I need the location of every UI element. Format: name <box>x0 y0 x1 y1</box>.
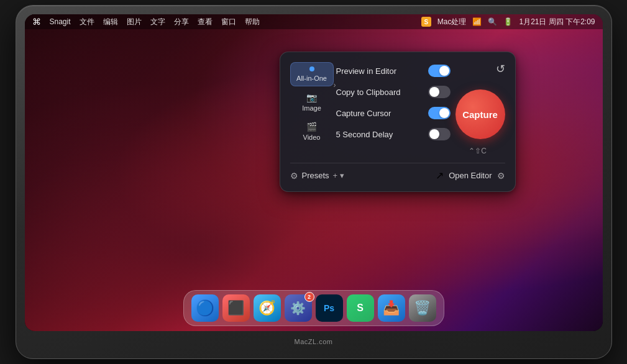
macbook-brand-label: MacZL.com <box>295 338 333 345</box>
menubar-window[interactable]: 窗口 <box>221 17 236 27</box>
dock-finder[interactable]: 🔵 <box>191 294 219 322</box>
menubar-datetime: 1月21日 周四 下午2:09 <box>519 17 595 27</box>
menubar-search[interactable]: 🔍 <box>488 17 497 26</box>
menubar-help[interactable]: 帮助 <box>245 17 260 27</box>
tab-video-label: Video <box>303 134 321 141</box>
dock-folder[interactable]: 📥 <box>378 294 405 322</box>
dock-trash[interactable]: 🗑️ <box>409 294 436 322</box>
capture-cursor-label: Capture Cursor <box>336 109 391 118</box>
menubar-right: S Mac处理 📶 🔍 🔋 1月21日 周四 下午2:09 <box>421 17 595 27</box>
shortcut-hint: ⌃⇧C <box>469 147 487 155</box>
menubar-left: ⌘ Snagit 文件 编辑 图片 文字 分享 查看 窗口 帮助 <box>32 17 260 27</box>
panel-toggles: Preview in Editor Copy to Clipboard Capt… <box>336 62 451 143</box>
capture-panel: All-in-One 📷 Image 🎬 Video <box>280 52 516 192</box>
dock-ai-badge: 2 <box>304 292 314 302</box>
toggle-row-preview: Preview in Editor <box>336 62 451 80</box>
menubar-share[interactable]: 分享 <box>174 17 189 27</box>
open-editor-label[interactable]: Open Editor <box>449 171 492 180</box>
snagit-menu-icon[interactable]: S <box>421 17 431 27</box>
menubar-view[interactable]: 查看 <box>198 17 213 27</box>
menubar-wifi: 📶 <box>472 17 482 26</box>
image-icon: 📷 <box>306 93 317 102</box>
all-in-one-dot <box>309 66 314 71</box>
presets-area: ⚙ Presets + ▾ <box>290 171 344 181</box>
screen-bezel: ⌘ Snagit 文件 编辑 图片 文字 分享 查看 窗口 帮助 S Mac处理 <box>25 14 603 331</box>
video-icon: 🎬 <box>306 122 317 132</box>
preview-editor-label: Preview in Editor <box>336 66 397 76</box>
screen-background: ⌘ Snagit 文件 编辑 图片 文字 分享 查看 窗口 帮助 S Mac处理 <box>25 14 603 331</box>
menubar-image[interactable]: 图片 <box>127 17 142 27</box>
presets-label[interactable]: Presets <box>302 171 329 180</box>
capture-button[interactable]: Capture <box>455 89 505 139</box>
open-editor-icon: ↗ <box>436 170 444 181</box>
settings-gear-icon[interactable]: ⚙ <box>497 171 505 181</box>
menubar-snagit[interactable]: Snagit <box>50 17 71 26</box>
tab-image[interactable]: 📷 Image <box>290 89 334 116</box>
menubar-text[interactable]: 文字 <box>150 17 165 27</box>
menubar-battery: 🔋 <box>503 17 513 26</box>
menubar-mac-label: Mac处理 <box>437 17 467 27</box>
panel-bottom-bar: ⚙ Presets + ▾ ↗ Open Editor ⚙ <box>290 163 505 181</box>
panel-main-row: All-in-One 📷 Image 🎬 Video <box>290 62 505 155</box>
macbook-container: ⌘ Snagit 文件 编辑 图片 文字 分享 查看 窗口 帮助 S Mac处理 <box>16 5 612 359</box>
dock-photoshop[interactable]: Ps <box>316 294 343 322</box>
macbook-body: ⌘ Snagit 文件 编辑 图片 文字 分享 查看 窗口 帮助 S Mac处理 <box>16 5 612 359</box>
menubar-file[interactable]: 文件 <box>80 17 94 27</box>
capture-cursor-toggle[interactable] <box>428 107 451 119</box>
dock-ai-app[interactable]: ⚙️ 2 <box>285 294 312 322</box>
menubar: ⌘ Snagit 文件 编辑 图片 文字 分享 查看 窗口 帮助 S Mac处理 <box>25 14 603 29</box>
presets-gear-icon[interactable]: ⚙ <box>290 171 298 181</box>
delay-toggle[interactable] <box>428 128 451 140</box>
preview-editor-toggle[interactable] <box>428 65 451 77</box>
dock-safari[interactable]: 🧭 <box>254 294 281 322</box>
toggle-row-clipboard: Copy to Clipboard <box>336 83 451 101</box>
copy-clipboard-label: Copy to Clipboard <box>336 88 401 97</box>
tab-image-label: Image <box>302 104 321 112</box>
macbook-bottom: MacZL.com <box>25 331 603 350</box>
toggle-row-cursor: Capture Cursor <box>336 104 451 122</box>
reset-button[interactable]: ↺ <box>496 62 505 76</box>
delay-label: 5 Second Delay <box>336 130 393 139</box>
apple-logo: ⌘ <box>32 17 41 27</box>
panel-sidebar: All-in-One 📷 Image 🎬 Video <box>290 62 334 145</box>
tab-all-in-one-label: All-in-One <box>296 75 327 82</box>
open-editor-area: ↗ Open Editor ⚙ <box>436 170 505 181</box>
menubar-edit[interactable]: 编辑 <box>103 17 118 27</box>
copy-clipboard-toggle[interactable] <box>428 86 451 98</box>
presets-add-button[interactable]: + ▾ <box>333 171 344 180</box>
dock-snagit[interactable]: S <box>347 294 374 322</box>
dock: 🔵 ⬛ 🧭 ⚙️ 2 Ps S 📥 <box>183 290 444 326</box>
panel-right-column: ↺ Capture ⌃⇧C <box>451 62 505 155</box>
dock-launchpad[interactable]: ⬛ <box>222 294 250 322</box>
toggle-row-delay: 5 Second Delay <box>336 125 451 143</box>
tab-all-in-one[interactable]: All-in-One <box>290 62 334 86</box>
tab-video[interactable]: 🎬 Video <box>290 118 334 145</box>
